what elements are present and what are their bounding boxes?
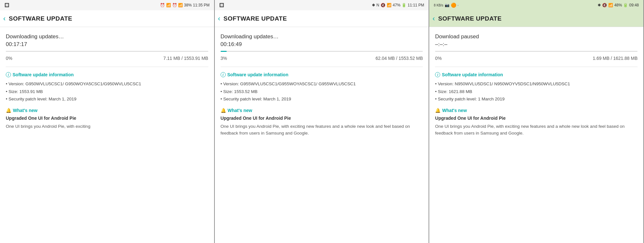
status-right-3: ✱ 🔇 📶 48% 🔋 09:48 [598,3,639,7]
info-icon-2: i [221,72,226,77]
header-2: ‹ SOFTWARE UPDATE [215,10,429,27]
update-info-1: • Version: G950WVLU5CSC1/ G950WOYA5CSC1/… [6,80,208,103]
info-section-title-3: i Software update information [435,72,638,77]
progress-bar-3 [435,51,638,52]
whats-new-title-3: 🔔 What's new [435,108,638,113]
version-3: • Version: N950WVLU5DSC1/ N950WOYV5DSC1/… [435,80,638,88]
status-mute-3: 🔇 [602,3,607,7]
status-right-2: ✱ N 🔇 📶 47% 🔋 11:11 PM [372,3,424,7]
content-3: Download paused –:–:– 0% 1.69 MB / 1621.… [429,27,643,243]
progress-row-2: 3% 62.04 MB / 1553.52 MB [221,56,423,61]
status-battery-1: ⏰ 📶 38% [172,3,192,7]
bell-icon-1: 🔔 [6,108,11,113]
whats-new-title-2: 🔔 What's new [221,108,423,113]
info-icon-1: i [6,72,11,77]
page-title-3: SOFTWARE UPDATE [438,15,502,22]
progress-percent-2: 3% [221,56,227,61]
update-info-2: • Version: G955WVLU5CSC1/G955WOYA5CSC1/ … [221,80,423,103]
phone-panel-2: 🔲 ✱ N 🔇 📶 47% 🔋 11:11 PM ‹ SOFTWARE UPDA… [215,0,430,243]
status-time-1: 11:35 PM [193,3,209,7]
download-timer-2: 00:16:49 [221,41,423,48]
size-label-2: 62.04 MB / 1553.52 MB [375,56,423,61]
download-timer-1: 00:17:17 [6,41,208,48]
status-wifi-3: 📶 [608,3,613,7]
content-2: Downloading updates… 00:16:49 3% 62.04 M… [215,27,429,243]
status-bar-3: 8 KB/s 📷 🟠 · ✱ 🔇 📶 48% 🔋 09:48 [429,0,643,10]
whats-new-summary-1: Upgraded One UI for Android Pie [6,116,208,121]
status-alarm-icon: ⏰ [160,3,165,7]
security-3: • Security patch level: 1 March 2019 [435,96,638,103]
back-button-1[interactable]: ‹ [3,14,5,23]
page-title-2: SOFTWARE UPDATE [223,15,287,22]
security-1: • Security patch level: March 1, 2019 [6,96,208,103]
bell-icon-2: 🔔 [221,108,226,113]
phone-panel-3: 8 KB/s 📷 🟠 · ✱ 🔇 📶 48% 🔋 09:48 ‹ SOFTWAR… [429,0,644,243]
page-title-1: SOFTWARE UPDATE [9,15,72,22]
status-icon-sim: 🔲 [5,3,9,7]
header-3: ‹ SOFTWARE UPDATE [429,10,643,27]
status-left-2: 🔲 [219,3,224,7]
status-nfc-2: N [376,3,379,7]
divider-2 [221,67,423,67]
content-1: Downloading updates… 00:17:17 0% 7.11 MB… [0,27,214,243]
status-left-1: 🔲 [5,3,9,7]
status-dot-3: · [458,3,459,7]
download-status-1: Downloading updates… [6,33,208,40]
back-button-3[interactable]: ‹ [432,14,435,23]
progress-bar-1 [6,51,208,52]
info-section-title-2: i Software update information [221,72,423,77]
divider-3 [435,67,638,67]
whats-new-summary-2: Upgraded One UI for Android Pie [221,116,423,121]
version-1: • Version: G950WVLU5CSC1/ G950WOYA5CSC1/… [6,80,208,88]
bell-icon-3: 🔔 [435,108,440,113]
progress-row-1: 0% 7.11 MB / 1553.91 MB [6,56,208,61]
info-section-title-1: i Software update information [6,72,208,77]
update-info-3: • Version: N950WVLU5DSC1/ N950WOYV5DSC1/… [435,80,638,103]
status-right-1: ⏰ 📶 ⏰ 📶 38% 11:35 PM [160,3,210,7]
description-3: One UI brings you Android Pie, with exci… [435,123,638,137]
progress-percent-3: 0% [435,56,441,61]
whats-new-summary-3: Upgraded One UI for Android Pie [435,116,638,121]
size-info-2: • Size: 1553.52 MB [221,88,423,95]
size-label-3: 1.69 MB / 1621.88 MB [593,56,638,61]
status-time-3: 09:48 [629,3,639,7]
status-mute-2: 🔇 [381,3,385,7]
security-2: • Security patch level: March 1, 2019 [221,96,423,103]
whats-new-title-1: 🔔 What's new [6,108,208,113]
status-left-3: 8 KB/s 📷 🟠 · [434,3,459,8]
progress-fill-2 [221,51,227,52]
description-2: One UI brings you Android Pie, with exci… [221,123,423,137]
description-1: One UI brings you Android Pie, with exci… [6,123,208,130]
phone-panel-1: 🔲 ⏰ 📶 ⏰ 📶 38% 11:35 PM ‹ SOFTWARE UPDATE… [0,0,215,243]
size-info-3: • Size: 1621.88 MB [435,88,638,95]
download-timer-3: –:–:– [435,41,638,48]
status-speed-3: 8 KB/s [434,4,443,7]
status-time-2: 11:11 PM [408,3,424,7]
size-label-1: 7.11 MB / 1553.91 MB [163,56,208,61]
status-bt-2: ✱ [372,3,375,7]
info-icon-3: i [435,72,440,77]
download-status-2: Downloading updates… [221,33,423,40]
status-camera-icon-3: 📷 [445,3,450,7]
status-wifi-icon: 📶 [166,3,171,7]
status-battery-3: 48% 🔋 [614,3,628,7]
progress-percent-1: 0% [6,56,12,61]
back-button-2[interactable]: ‹ [218,14,220,23]
download-status-3: Download paused [435,33,638,40]
status-battery-2: 47% 🔋 [393,3,406,7]
status-bt-3: ✱ [598,3,601,7]
status-orange-dot-3: 🟠 [451,3,456,8]
status-bar-1: 🔲 ⏰ 📶 ⏰ 📶 38% 11:35 PM [0,0,214,10]
version-2: • Version: G955WVLU5CSC1/G955WOYA5CSC1/ … [221,80,423,88]
header-1: ‹ SOFTWARE UPDATE [0,10,214,27]
divider-1 [6,67,208,67]
status-bar-2: 🔲 ✱ N 🔇 📶 47% 🔋 11:11 PM [215,0,429,10]
progress-bar-2 [221,51,423,52]
status-icon-sim-2: 🔲 [219,3,224,7]
progress-row-3: 0% 1.69 MB / 1621.88 MB [435,56,638,61]
status-wifi-2: 📶 [387,3,392,7]
size-info-1: • Size: 1553.91 MB [6,88,208,95]
